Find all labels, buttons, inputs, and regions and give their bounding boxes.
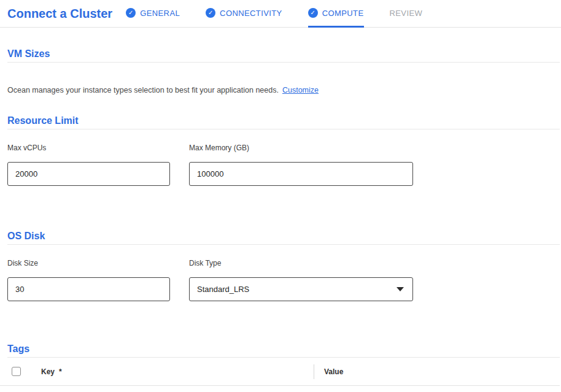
column-header-key: Key* <box>41 367 314 376</box>
tags-section-heading: Tags <box>7 344 560 358</box>
os-disk-title: OS Disk <box>7 231 560 241</box>
vm-sizes-description-text: Ocean manages your instance types select… <box>7 86 279 94</box>
max-memory-input[interactable] <box>189 162 413 186</box>
resource-limit-fields: Max vCPUs Max Memory (GB) <box>7 144 561 186</box>
wizard-header: Connect a Cluster ✓ GENERAL ✓ CONNECTIVI… <box>0 0 561 28</box>
check-circle-icon: ✓ <box>126 8 136 18</box>
disk-size-field-group: Disk Size <box>7 259 170 301</box>
required-asterisk: * <box>59 367 62 376</box>
tags-title: Tags <box>7 344 560 354</box>
os-disk-section-heading: OS Disk <box>7 231 560 245</box>
tab-connectivity[interactable]: ✓ CONNECTIVITY <box>206 0 282 28</box>
os-disk-fields: Disk Size Disk Type Standard_LRS <box>7 259 561 301</box>
max-vcpus-field-group: Max vCPUs <box>7 144 170 186</box>
tab-connectivity-label: CONNECTIVITY <box>220 9 282 18</box>
customize-link[interactable]: Customize <box>282 86 319 94</box>
disk-size-input[interactable] <box>7 277 170 301</box>
resource-limit-section-heading: Resource Limit <box>7 115 560 129</box>
max-memory-label: Max Memory (GB) <box>189 144 413 152</box>
max-vcpus-label: Max vCPUs <box>7 144 170 152</box>
column-header-value: Value <box>324 367 343 376</box>
vm-sizes-title: VM Sizes <box>7 48 560 59</box>
page-title: Connect a Cluster <box>7 7 112 21</box>
select-all-checkbox[interactable] <box>12 367 21 376</box>
disk-type-select[interactable]: Standard_LRS <box>189 277 413 301</box>
check-circle-icon: ✓ <box>206 8 215 18</box>
tab-compute[interactable]: ✓ COMPUTE <box>308 0 364 28</box>
tab-general[interactable]: ✓ GENERAL <box>126 0 180 28</box>
tab-review[interactable]: REVIEW <box>390 0 423 28</box>
tags-table-header: Key* Value <box>0 358 560 386</box>
check-circle-icon: ✓ <box>308 8 318 18</box>
max-vcpus-input[interactable] <box>7 162 170 186</box>
column-divider <box>314 364 314 379</box>
caret-down-icon <box>397 287 404 291</box>
tab-general-label: GENERAL <box>140 9 180 18</box>
disk-type-label: Disk Type <box>189 259 413 267</box>
max-memory-field-group: Max Memory (GB) <box>189 144 413 186</box>
disk-size-label: Disk Size <box>7 259 170 267</box>
resource-limit-title: Resource Limit <box>7 115 560 126</box>
tab-review-label: REVIEW <box>390 9 423 18</box>
vm-sizes-description: Ocean manages your instance types select… <box>7 86 554 95</box>
disk-type-selected-value: Standard_LRS <box>197 285 249 294</box>
key-column-label: Key <box>41 367 55 376</box>
disk-type-field-group: Disk Type Standard_LRS <box>189 259 413 301</box>
vm-sizes-section-heading: VM Sizes <box>7 48 560 63</box>
tab-compute-label: COMPUTE <box>322 9 364 18</box>
